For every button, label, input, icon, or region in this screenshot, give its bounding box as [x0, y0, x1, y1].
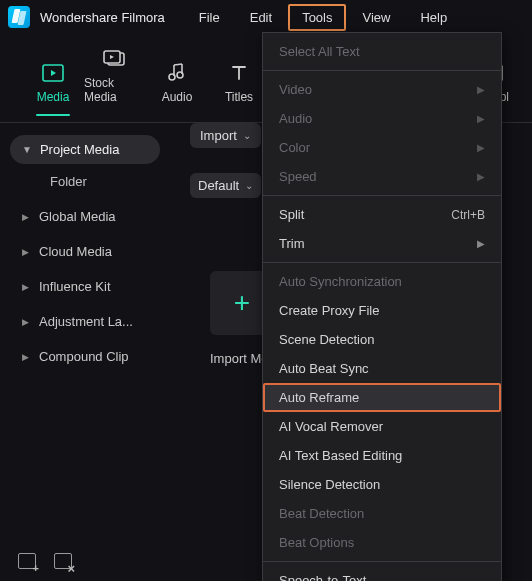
- dd-silence-detection[interactable]: Silence Detection: [263, 470, 501, 499]
- chevron-right-icon: ▶: [22, 317, 29, 327]
- menubar: Wondershare Filmora File Edit Tools View…: [0, 0, 532, 34]
- chevron-right-icon: ▶: [477, 84, 485, 95]
- tab-audio[interactable]: Audio: [146, 62, 208, 116]
- dd-video: Video▶: [263, 75, 501, 104]
- menu-file[interactable]: File: [185, 4, 234, 31]
- dd-split[interactable]: SplitCtrl+B: [263, 200, 501, 229]
- dd-select-all-text: Select All Text: [263, 37, 501, 66]
- sidebar-item-label: Compound Clip: [39, 349, 129, 364]
- sidebar-project-label: Project Media: [40, 142, 119, 157]
- menu-edit[interactable]: Edit: [236, 4, 286, 31]
- app-name: Wondershare Filmora: [40, 10, 165, 25]
- sidebar-item-global-media[interactable]: ▶ Global Media: [10, 199, 160, 234]
- sidebar-folder-label: Folder: [50, 174, 87, 189]
- tools-dropdown: Select All Text Video▶ Audio▶ Color▶ Spe…: [262, 32, 502, 581]
- titles-icon: [230, 62, 248, 84]
- svg-marker-1: [51, 70, 56, 76]
- dd-scene-detection[interactable]: Scene Detection: [263, 325, 501, 354]
- sidebar-item-label: Adjustment La...: [39, 314, 133, 329]
- tab-titles[interactable]: Titles: [208, 62, 270, 116]
- chevron-right-icon: ▶: [477, 113, 485, 124]
- dd-trim[interactable]: Trim▶: [263, 229, 501, 258]
- plus-icon: +: [234, 287, 250, 319]
- app-logo-icon: [8, 6, 30, 28]
- menu-help[interactable]: Help: [406, 4, 461, 31]
- dd-beat-options: Beat Options: [263, 528, 501, 557]
- sidebar-item-label: Global Media: [39, 209, 116, 224]
- dd-color: Color▶: [263, 133, 501, 162]
- sort-dropdown[interactable]: Default ⌄: [190, 173, 261, 198]
- menu-view[interactable]: View: [348, 4, 404, 31]
- stock-media-icon: [103, 48, 127, 70]
- svg-point-6: [177, 72, 183, 78]
- chevron-right-icon: ▶: [22, 352, 29, 362]
- delete-folder-icon[interactable]: [54, 553, 72, 569]
- sidebar-item-label: Cloud Media: [39, 244, 112, 259]
- separator: [263, 561, 501, 562]
- chevron-right-icon: ▶: [477, 238, 485, 249]
- shortcut-label: Ctrl+B: [451, 208, 485, 222]
- sidebar-item-label: Influence Kit: [39, 279, 111, 294]
- separator: [263, 195, 501, 196]
- svg-point-5: [169, 74, 175, 80]
- import-label: Import: [200, 128, 237, 143]
- tab-audio-label: Audio: [162, 90, 193, 104]
- dd-speed: Speed▶: [263, 162, 501, 191]
- separator: [263, 262, 501, 263]
- sidebar-item-influence-kit[interactable]: ▶ Influence Kit: [10, 269, 160, 304]
- chevron-down-icon: ⌄: [245, 180, 253, 191]
- tab-titles-label: Titles: [225, 90, 253, 104]
- tab-media[interactable]: Media: [22, 62, 84, 116]
- new-folder-icon[interactable]: [18, 553, 36, 569]
- chevron-down-icon: ⌄: [243, 130, 251, 141]
- dd-ai-text-editing[interactable]: AI Text Based Editing: [263, 441, 501, 470]
- dd-auto-reframe[interactable]: Auto Reframe: [263, 383, 501, 412]
- audio-icon: [168, 62, 186, 84]
- dd-audio: Audio▶: [263, 104, 501, 133]
- sidebar-footer: [0, 541, 170, 581]
- separator: [263, 70, 501, 71]
- chevron-right-icon: ▶: [22, 282, 29, 292]
- dd-speech-to-text[interactable]: Speech-to-Text: [263, 566, 501, 581]
- tab-media-label: Media: [37, 90, 70, 104]
- dd-ai-vocal-remover[interactable]: AI Vocal Remover: [263, 412, 501, 441]
- sidebar-item-adjustment-layer[interactable]: ▶ Adjustment La...: [10, 304, 160, 339]
- sort-label: Default: [198, 178, 239, 193]
- menu-tools[interactable]: Tools: [288, 4, 346, 31]
- sidebar-folder[interactable]: Folder: [10, 164, 160, 199]
- chevron-down-icon: ▼: [22, 144, 32, 155]
- dd-auto-beat-sync[interactable]: Auto Beat Sync: [263, 354, 501, 383]
- sidebar-item-cloud-media[interactable]: ▶ Cloud Media: [10, 234, 160, 269]
- sidebar-item-compound-clip[interactable]: ▶ Compound Clip: [10, 339, 160, 374]
- import-dropdown[interactable]: Import ⌄: [190, 123, 261, 148]
- sidebar-project-media[interactable]: ▼ Project Media: [10, 135, 160, 164]
- chevron-right-icon: ▶: [477, 171, 485, 182]
- chevron-right-icon: ▶: [477, 142, 485, 153]
- dd-auto-sync: Auto Synchronization: [263, 267, 501, 296]
- tab-stock-media[interactable]: Stock Media: [84, 48, 146, 116]
- chevron-right-icon: ▶: [22, 212, 29, 222]
- sidebar: ▼ Project Media Folder ▶ Global Media ▶ …: [0, 123, 170, 581]
- chevron-right-icon: ▶: [22, 247, 29, 257]
- tab-stock-label: Stock Media: [84, 76, 146, 104]
- media-icon: [42, 62, 64, 84]
- dd-beat-detection: Beat Detection: [263, 499, 501, 528]
- dd-create-proxy[interactable]: Create Proxy File: [263, 296, 501, 325]
